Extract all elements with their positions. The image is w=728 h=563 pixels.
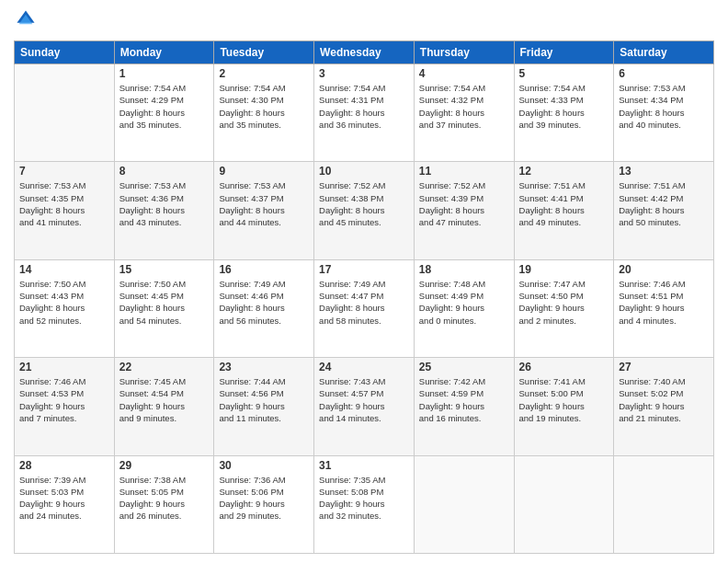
weekday-header-row: SundayMondayTuesdayWednesdayThursdayFrid… (15, 41, 714, 64)
day-info: Sunrise: 7:46 AMSunset: 4:53 PMDaylight:… (19, 375, 109, 424)
calendar-cell: 12Sunrise: 7:51 AMSunset: 4:41 PMDayligh… (514, 162, 614, 259)
calendar-cell: 9Sunrise: 7:53 AMSunset: 4:37 PMDaylight… (214, 162, 314, 259)
week-row-0: 1Sunrise: 7:54 AMSunset: 4:29 PMDaylight… (15, 64, 714, 162)
weekday-header-saturday: Saturday (614, 41, 714, 64)
calendar-cell: 22Sunrise: 7:45 AMSunset: 4:54 PMDayligh… (114, 358, 214, 455)
day-number: 27 (619, 361, 709, 373)
day-info: Sunrise: 7:54 AMSunset: 4:33 PMDaylight:… (519, 82, 609, 131)
day-number: 16 (219, 263, 309, 276)
calendar-cell: 23Sunrise: 7:44 AMSunset: 4:56 PMDayligh… (214, 358, 314, 455)
day-number: 31 (319, 459, 409, 472)
calendar-cell: 28Sunrise: 7:39 AMSunset: 5:03 PMDayligh… (15, 455, 115, 553)
day-number: 25 (419, 361, 509, 373)
day-number: 12 (519, 165, 609, 178)
day-number: 19 (519, 263, 609, 276)
calendar-cell: 10Sunrise: 7:52 AMSunset: 4:38 PMDayligh… (314, 162, 415, 259)
day-info: Sunrise: 7:54 AMSunset: 4:31 PMDaylight:… (319, 82, 409, 131)
calendar-cell: 29Sunrise: 7:38 AMSunset: 5:05 PMDayligh… (114, 455, 214, 553)
calendar-cell: 24Sunrise: 7:43 AMSunset: 4:57 PMDayligh… (314, 358, 415, 455)
calendar-cell: 13Sunrise: 7:51 AMSunset: 4:42 PMDayligh… (614, 162, 714, 259)
day-number: 15 (119, 263, 210, 276)
day-number: 28 (19, 459, 109, 472)
week-row-2: 14Sunrise: 7:50 AMSunset: 4:43 PMDayligh… (15, 259, 714, 357)
calendar-cell: 17Sunrise: 7:49 AMSunset: 4:47 PMDayligh… (314, 259, 415, 357)
calendar-table: SundayMondayTuesdayWednesdayThursdayFrid… (14, 40, 714, 554)
day-info: Sunrise: 7:54 AMSunset: 4:30 PMDaylight:… (219, 82, 309, 131)
header (14, 9, 714, 33)
day-info: Sunrise: 7:53 AMSunset: 4:36 PMDaylight:… (119, 179, 210, 228)
day-info: Sunrise: 7:46 AMSunset: 4:51 PMDaylight:… (619, 278, 709, 327)
day-number: 13 (619, 165, 709, 178)
calendar-cell: 21Sunrise: 7:46 AMSunset: 4:53 PMDayligh… (15, 358, 115, 455)
day-info: Sunrise: 7:53 AMSunset: 4:35 PMDaylight:… (19, 179, 109, 228)
day-info: Sunrise: 7:45 AMSunset: 4:54 PMDaylight:… (119, 375, 210, 424)
weekday-header-friday: Friday (514, 41, 614, 64)
week-row-3: 21Sunrise: 7:46 AMSunset: 4:53 PMDayligh… (15, 358, 714, 455)
calendar-cell (15, 64, 115, 162)
calendar-cell: 11Sunrise: 7:52 AMSunset: 4:39 PMDayligh… (414, 162, 514, 259)
weekday-header-tuesday: Tuesday (214, 41, 314, 64)
day-info: Sunrise: 7:39 AMSunset: 5:03 PMDaylight:… (19, 474, 109, 523)
calendar-cell: 27Sunrise: 7:40 AMSunset: 5:02 PMDayligh… (614, 358, 714, 455)
day-number: 26 (519, 361, 609, 373)
day-number: 14 (19, 263, 109, 276)
weekday-header-monday: Monday (114, 41, 214, 64)
day-info: Sunrise: 7:50 AMSunset: 4:45 PMDaylight:… (119, 278, 210, 327)
day-number: 11 (419, 165, 509, 178)
day-number: 1 (119, 67, 210, 80)
calendar-cell: 4Sunrise: 7:54 AMSunset: 4:32 PMDaylight… (414, 64, 514, 162)
calendar-cell: 30Sunrise: 7:36 AMSunset: 5:06 PMDayligh… (214, 455, 314, 553)
day-info: Sunrise: 7:44 AMSunset: 4:56 PMDaylight:… (219, 375, 309, 424)
calendar-cell: 14Sunrise: 7:50 AMSunset: 4:43 PMDayligh… (15, 259, 115, 357)
day-number: 30 (219, 459, 309, 472)
week-row-4: 28Sunrise: 7:39 AMSunset: 5:03 PMDayligh… (15, 455, 714, 553)
day-number: 8 (119, 165, 210, 178)
day-info: Sunrise: 7:52 AMSunset: 4:39 PMDaylight:… (419, 179, 509, 228)
calendar-cell: 20Sunrise: 7:46 AMSunset: 4:51 PMDayligh… (614, 259, 714, 357)
day-info: Sunrise: 7:48 AMSunset: 4:49 PMDaylight:… (419, 278, 509, 327)
day-number: 6 (619, 67, 709, 80)
day-number: 3 (319, 67, 409, 80)
day-number: 17 (319, 263, 409, 276)
calendar-cell (514, 455, 614, 553)
day-number: 5 (519, 67, 609, 80)
logo (14, 9, 36, 33)
calendar-cell: 8Sunrise: 7:53 AMSunset: 4:36 PMDaylight… (114, 162, 214, 259)
day-number: 18 (419, 263, 509, 276)
calendar-cell (614, 455, 714, 553)
weekday-header-wednesday: Wednesday (314, 41, 415, 64)
day-info: Sunrise: 7:35 AMSunset: 5:08 PMDaylight:… (319, 474, 409, 523)
day-info: Sunrise: 7:54 AMSunset: 4:29 PMDaylight:… (119, 82, 210, 131)
calendar-cell: 26Sunrise: 7:41 AMSunset: 5:00 PMDayligh… (514, 358, 614, 455)
calendar-cell: 6Sunrise: 7:53 AMSunset: 4:34 PMDaylight… (614, 64, 714, 162)
week-row-1: 7Sunrise: 7:53 AMSunset: 4:35 PMDaylight… (15, 162, 714, 259)
calendar-cell (414, 455, 514, 553)
day-info: Sunrise: 7:54 AMSunset: 4:32 PMDaylight:… (419, 82, 509, 131)
day-info: Sunrise: 7:38 AMSunset: 5:05 PMDaylight:… (119, 474, 210, 523)
day-info: Sunrise: 7:51 AMSunset: 4:42 PMDaylight:… (619, 179, 709, 228)
day-info: Sunrise: 7:49 AMSunset: 4:46 PMDaylight:… (219, 278, 309, 327)
day-info: Sunrise: 7:53 AMSunset: 4:37 PMDaylight:… (219, 179, 309, 228)
day-number: 20 (619, 263, 709, 276)
calendar-page: SundayMondayTuesdayWednesdayThursdayFrid… (0, 0, 728, 563)
day-info: Sunrise: 7:42 AMSunset: 4:59 PMDaylight:… (419, 375, 509, 424)
day-info: Sunrise: 7:50 AMSunset: 4:43 PMDaylight:… (19, 278, 109, 327)
calendar-cell: 7Sunrise: 7:53 AMSunset: 4:35 PMDaylight… (15, 162, 115, 259)
day-info: Sunrise: 7:41 AMSunset: 5:00 PMDaylight:… (519, 375, 609, 424)
day-info: Sunrise: 7:51 AMSunset: 4:41 PMDaylight:… (519, 179, 609, 228)
day-number: 21 (19, 361, 109, 373)
day-number: 23 (219, 361, 309, 373)
day-number: 7 (19, 165, 109, 178)
weekday-header-thursday: Thursday (414, 41, 514, 64)
day-number: 4 (419, 67, 509, 80)
weekday-header-sunday: Sunday (15, 41, 115, 64)
calendar-cell: 3Sunrise: 7:54 AMSunset: 4:31 PMDaylight… (314, 64, 415, 162)
calendar-cell: 1Sunrise: 7:54 AMSunset: 4:29 PMDaylight… (114, 64, 214, 162)
day-info: Sunrise: 7:52 AMSunset: 4:38 PMDaylight:… (319, 179, 409, 228)
calendar-cell: 2Sunrise: 7:54 AMSunset: 4:30 PMDaylight… (214, 64, 314, 162)
day-info: Sunrise: 7:47 AMSunset: 4:50 PMDaylight:… (519, 278, 609, 327)
day-number: 10 (319, 165, 409, 178)
day-number: 9 (219, 165, 309, 178)
day-info: Sunrise: 7:53 AMSunset: 4:34 PMDaylight:… (619, 82, 709, 131)
day-info: Sunrise: 7:36 AMSunset: 5:06 PMDaylight:… (219, 474, 309, 523)
